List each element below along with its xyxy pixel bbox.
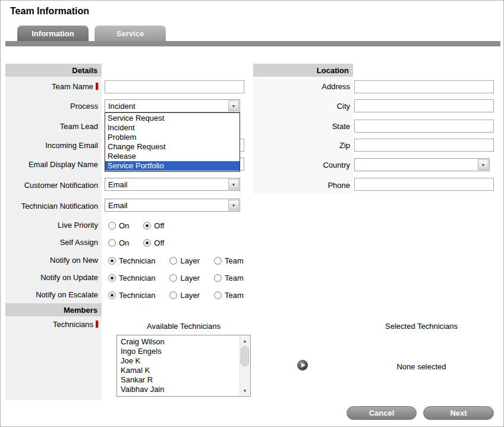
radio-icon	[108, 222, 116, 230]
selected-technicians-label: Selected Technicians	[353, 322, 490, 331]
required-marker	[96, 83, 98, 90]
tab-service-label: Service	[116, 29, 144, 38]
self-assign-label: Self Assign	[5, 238, 98, 247]
notify-on-escalate-technician[interactable]: Technician	[108, 291, 155, 300]
country-dropdown-arrow-icon[interactable]: ▼	[478, 159, 489, 170]
customer-notification-label: Customer Notification	[5, 181, 98, 190]
address-input[interactable]	[354, 80, 494, 93]
available-technicians-listbox[interactable]: Craig Wilson Ingo Engels Joe K Kamal K S…	[116, 335, 251, 397]
notify-on-new-options: Technician Layer Team	[108, 256, 258, 265]
details-section-header: Details	[5, 64, 102, 77]
notify-on-new-team[interactable]: Team	[214, 256, 244, 265]
technician-notification-label: Technician Notification	[5, 202, 98, 211]
address-label: Address	[257, 82, 350, 92]
notify-on-update-team[interactable]: Team	[214, 274, 244, 282]
technician-option[interactable]: Joe K	[121, 356, 237, 366]
customer-notification-value: Email	[108, 180, 128, 189]
technician-notification-arrow-icon[interactable]: ▼	[228, 200, 239, 211]
members-header-label: Members	[64, 306, 97, 315]
notify-on-escalate-label: Notify on Escalate	[5, 290, 98, 300]
technician-notification-value: Email	[108, 201, 128, 210]
radio-icon	[169, 257, 177, 265]
self-assign-off[interactable]: Off	[143, 238, 164, 247]
process-option-service-portfolio[interactable]: Service Portfolio	[105, 161, 240, 171]
process-option-service-request[interactable]: Service Request	[105, 114, 240, 123]
process-option-incident[interactable]: Incident	[105, 123, 240, 133]
scroll-up-icon[interactable]: ▲	[240, 336, 250, 346]
radio-checked-icon	[143, 222, 151, 230]
technician-option[interactable]: Sankar R	[121, 375, 237, 385]
technician-option[interactable]: Craig Wilson	[121, 337, 237, 347]
team-information-page: Team Information Information Service Det…	[0, 0, 504, 427]
process-dropdown-arrow-icon[interactable]: ▼	[228, 101, 239, 111]
phone-input[interactable]	[354, 178, 494, 191]
notify-on-update-technician[interactable]: Technician	[108, 274, 155, 282]
technician-option[interactable]: Vaibhav Jain	[121, 385, 237, 394]
radio-checked-icon	[108, 257, 116, 265]
city-label: City	[257, 102, 350, 111]
notify-on-update-label: Notify on Update	[5, 273, 98, 282]
technician-notification-select[interactable]: Email ▼	[105, 199, 240, 212]
scroll-down-icon[interactable]: ▼	[240, 386, 250, 395]
location-label-column	[253, 77, 353, 194]
self-assign-on[interactable]: On	[108, 238, 129, 247]
technician-option[interactable]: Ingo Engels	[121, 347, 237, 356]
tab-information[interactable]: Information	[17, 26, 89, 41]
process-option-problem[interactable]: Problem	[105, 133, 240, 142]
process-select[interactable]: Incident ▼	[105, 99, 240, 112]
customer-notification-arrow-icon[interactable]: ▼	[228, 179, 239, 190]
technicians-label: Technicians	[5, 320, 98, 329]
notify-on-escalate-team[interactable]: Team	[214, 291, 244, 300]
team-name-input[interactable]	[105, 80, 244, 93]
tab-service[interactable]: Service	[94, 26, 166, 41]
country-select[interactable]: ▼	[354, 158, 490, 171]
phone-label: Phone	[257, 181, 350, 190]
country-label: Country	[257, 161, 350, 170]
notify-on-new-label: Notify on New	[5, 256, 98, 265]
zip-input[interactable]	[354, 139, 494, 152]
process-select-value: Incident	[108, 102, 136, 111]
radio-icon	[108, 239, 116, 247]
email-display-name-label: Email Display Name	[5, 160, 98, 169]
members-section-header: Members	[5, 303, 102, 316]
required-marker	[96, 321, 98, 328]
team-name-label: Team Name	[5, 82, 98, 92]
technician-option[interactable]: Kamal K	[121, 366, 237, 375]
notify-on-update-layer[interactable]: Layer	[169, 274, 200, 282]
notify-on-new-layer[interactable]: Layer	[169, 256, 200, 265]
live-priority-label: Live Priority	[5, 221, 98, 230]
self-assign-options: On Off	[108, 238, 178, 247]
details-header-label: Details	[72, 66, 97, 75]
scrollbar-thumb[interactable]	[241, 346, 249, 366]
process-label: Process	[5, 102, 98, 111]
move-to-selected-button[interactable]	[297, 360, 308, 371]
radio-icon	[214, 257, 222, 265]
notify-on-escalate-layer[interactable]: Layer	[169, 291, 200, 300]
selected-technicians-empty: None selected	[353, 362, 490, 371]
location-header-label: Location	[317, 66, 349, 75]
notify-on-new-technician[interactable]: Technician	[108, 256, 155, 265]
notify-on-escalate-options: Technician Layer Team	[108, 290, 258, 300]
radio-checked-icon	[108, 291, 116, 299]
radio-icon	[214, 274, 222, 282]
listbox-scrollbar[interactable]: ▲ ▼	[240, 336, 250, 395]
state-input[interactable]	[354, 120, 494, 133]
incoming-email-label: Incoming Email	[5, 141, 98, 150]
tab-bar	[5, 41, 500, 46]
next-button[interactable]: Next	[423, 406, 494, 420]
zip-label: Zip	[257, 141, 350, 150]
radio-icon	[169, 291, 177, 299]
customer-notification-select[interactable]: Email ▼	[105, 178, 240, 191]
radio-checked-icon	[108, 274, 116, 282]
live-priority-on[interactable]: On	[108, 221, 129, 230]
city-input[interactable]	[354, 99, 494, 112]
live-priority-off[interactable]: Off	[143, 221, 164, 230]
tab-information-label: Information	[32, 29, 74, 38]
location-section-header: Location	[253, 64, 353, 77]
process-dropdown-list: Service Request Incident Problem Change …	[105, 112, 240, 172]
radio-icon	[169, 274, 177, 282]
notify-on-update-options: Technician Layer Team	[108, 273, 258, 282]
cancel-button[interactable]: Cancel	[346, 406, 417, 420]
process-option-change-request[interactable]: Change Request	[105, 142, 240, 152]
process-option-release[interactable]: Release	[105, 152, 240, 161]
